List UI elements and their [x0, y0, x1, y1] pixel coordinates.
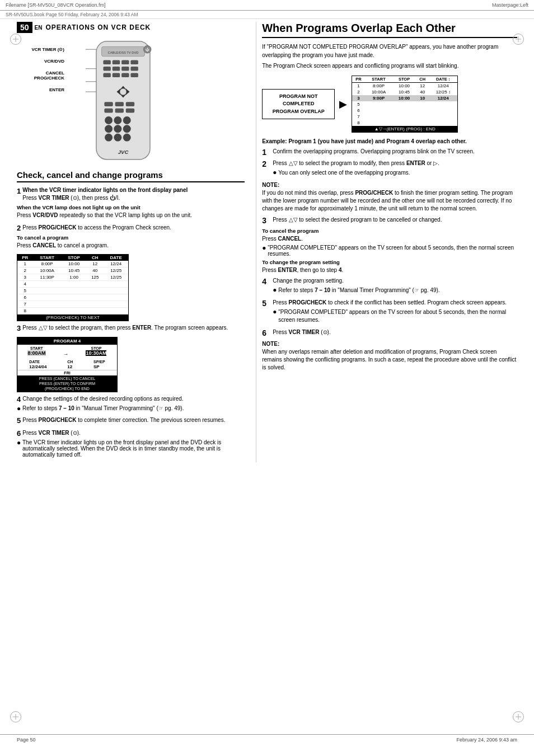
step-4-bullet: ● Refer to steps 7 – 10 in "Manual Timer… — [17, 405, 245, 412]
right-step-2: 2 Press △▽ to select the program to modi… — [262, 159, 517, 179]
right-step-5: 5 Press PROG/CHECK to check if the confl… — [262, 299, 517, 326]
svg-rect-4 — [113, 60, 120, 64]
right-step-1: 1 Confirm the overlapping programs. Over… — [262, 148, 517, 157]
svg-point-31 — [105, 125, 112, 133]
vcr-timer-label: VCR TIMER (⊙) — [17, 47, 67, 52]
table-row: 8 — [352, 120, 457, 126]
change-press-enter: Press ENTER, then go to step 4. — [262, 266, 517, 274]
step-1-text: Press VCR TIMER (⊙), then press ⏻/I. — [22, 194, 188, 202]
vcr-lamp-text: Press VCR/DVD repeatedly so that the VCR… — [17, 212, 245, 219]
bullet-icon: ● — [17, 405, 22, 412]
table-row: 6 — [17, 294, 128, 301]
svg-text:JVC: JVC — [118, 149, 129, 155]
subline-label: SR-MV50US.book Page 50 Friday, February … — [6, 12, 138, 17]
footer-left: Page 50 — [17, 737, 36, 743]
svg-rect-10 — [130, 67, 138, 71]
table-row: 5 — [352, 101, 457, 107]
table-row: 210:00A10:454012/25 — [17, 267, 128, 274]
corner-mark-tl — [10, 34, 21, 45]
step-6-text: Press VCR TIMER (⊙). — [22, 429, 81, 437]
svg-point-29 — [114, 116, 121, 124]
step-2-num: 2 — [17, 224, 21, 232]
table-row: 8 — [17, 308, 128, 314]
right-step-4: 4 Change the program setting. ● Refer to… — [262, 277, 517, 296]
cancel-program-label: To cancel a program — [17, 234, 245, 241]
svg-rect-27 — [126, 109, 134, 113]
svg-point-35 — [114, 134, 121, 141]
step-4-block: 4 Change the settings of the desired rec… — [17, 395, 245, 412]
right-step-6: 6 Press VCR TIMER (⊙). — [262, 328, 517, 337]
step-2-bullet-right: ● You can only select one of the overlap… — [273, 169, 517, 177]
page-header: Filename [SR-MV50U_08VCR Operation.fm] M… — [0, 0, 534, 11]
change-program-sub-label: To change the program setting — [262, 259, 517, 265]
th-stop: STOP — [62, 255, 86, 261]
page-number: 50 — [17, 22, 32, 33]
cancel-press-cancel: Press CANCEL. — [262, 235, 517, 243]
right-intro: If "PROGRAM NOT COMPLETED PROGRAM OVERLA… — [262, 43, 517, 70]
step-3-text: Press △▽ to select the program, then pre… — [22, 324, 228, 332]
right-column: When Programs Overlap Each Other If "PRO… — [256, 22, 517, 462]
right-step-3: 3 Press △▽ to select the desired program… — [262, 216, 517, 225]
th-date2: DATE ↕ — [429, 76, 457, 83]
cancel-program-text: Press CANCEL to cancel a program. — [17, 242, 245, 250]
svg-rect-0 — [96, 41, 150, 159]
step-3-block: 3 Press △▽ to select the program, then p… — [17, 324, 245, 332]
vcr-lamp-sublabel: When the VCR lamp does not light up on t… — [17, 204, 245, 210]
prog4-header: PROGRAM 4 — [17, 337, 117, 345]
step-1-num: 1 — [17, 187, 21, 195]
table-row: 6 — [352, 107, 457, 114]
table-row: 210:00A10:454012/25 ↕ — [352, 89, 457, 95]
th-start: START — [32, 255, 61, 261]
table-row: 7 — [352, 114, 457, 120]
svg-rect-12 — [113, 73, 120, 77]
overlap-footer: ▲▽→(ENTER) (PROG) : END — [352, 126, 457, 132]
footer-right: February 24, 2006 9:43 am — [456, 737, 517, 743]
step-4-num: 4 — [17, 395, 21, 403]
prog4-stop-col: STOP 10:30AM — [86, 346, 106, 357]
th-pr: PR — [17, 255, 32, 261]
table-row: 311:30P1:0012512/25 — [17, 274, 128, 281]
prog-check-table: PR START STOP CH DATE 18:00P10:001212/24… — [17, 254, 129, 321]
svg-point-32 — [114, 125, 121, 133]
section-title: OPERATIONS ON VCR DECK — [45, 24, 151, 31]
step-5-text: Press PROG/CHECK to complete timer corre… — [22, 416, 225, 424]
table-row-highlighted: 39:00P10:001012/24 — [352, 95, 457, 101]
step-6-bullet: ● The VCR timer indicator lights up on t… — [17, 439, 245, 458]
svg-text:CABLE/DSS TV DVD: CABLE/DSS TV DVD — [108, 51, 139, 54]
overlap-right-table: PR START STOP CH DATE ↕ 18:00P10:001212/… — [352, 76, 458, 133]
table-row: 18:00P10:001212/24 — [17, 261, 128, 267]
note-box-1: NOTE: If you do not mind this overlap, p… — [262, 182, 517, 213]
th-ch2: CH — [416, 76, 429, 83]
step-6-num: 6 — [17, 429, 21, 438]
cancel-prog-label: CANCELPROG/CHECK — [17, 71, 67, 81]
svg-rect-22 — [104, 102, 113, 106]
masterpage-label: Masterpage:Left — [492, 2, 528, 8]
th-date: DATE — [104, 255, 128, 261]
enter-label: ENTER — [17, 87, 67, 92]
cancel-program-sub-label: To cancel the program — [262, 228, 517, 234]
th-ch: CH — [86, 255, 104, 261]
svg-rect-25 — [104, 109, 113, 113]
remote-labels: VCR TIMER (⊙) VCR/DVD CANCELPROG/CHECK E… — [17, 39, 67, 162]
prog4-fri: FRI — [17, 370, 117, 375]
svg-rect-11 — [103, 73, 110, 77]
right-heading: When Programs Overlap Each Other — [262, 22, 517, 38]
svg-point-34 — [105, 134, 112, 141]
overlap-display: PROGRAM NOT COMPLETEDPROGRAM OVERLAP ▶ P… — [262, 76, 517, 133]
sub-header: SR-MV50US.book Page 50 Friday, February … — [0, 11, 534, 19]
prog4-body: START 8:00AM → STOP 10:30AM — [17, 345, 117, 359]
table-row: 7 — [17, 301, 128, 308]
table-row: 18:00P10:001212/24 — [352, 83, 457, 90]
bullet-icon: ● — [17, 439, 22, 446]
svg-point-21 — [120, 88, 127, 95]
vcr-dvd-label: VCR/DVD — [17, 59, 67, 64]
step-1-header: When the VCR timer indicator lights on t… — [22, 187, 188, 193]
th-start2: START — [365, 76, 392, 83]
prog4-footer: PRESS (CANCEL) TO CANCEL PRESS (ENTER) T… — [17, 375, 117, 392]
corner-mark-tr — [513, 34, 524, 45]
step-2-block: 2 Press PROG/CHECK to access the Program… — [17, 224, 245, 250]
corner-mark-bl — [10, 711, 21, 722]
prog4-row2: DATE12/24/04 CH12 SP/EPSP — [17, 359, 117, 370]
remote-area: VCR TIMER (⊙) VCR/DVD CANCELPROG/CHECK E… — [17, 39, 245, 162]
overlap-left-box: PROGRAM NOT COMPLETEDPROGRAM OVERLAP — [262, 89, 335, 120]
